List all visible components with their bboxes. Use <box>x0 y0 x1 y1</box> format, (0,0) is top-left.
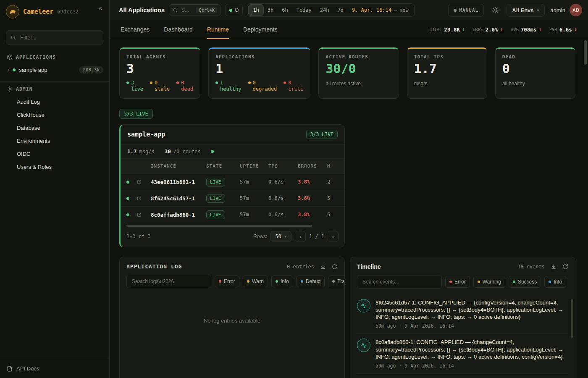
instance-row[interactable]: 8c0affadb860-1 LIVE 57m 0.6/s 3.8% 5 <box>121 206 344 223</box>
live-summary-badge: 3/3 LIVE <box>119 109 153 119</box>
theme-toggle-button[interactable] <box>488 4 502 16</box>
app-routes-suffix: /0 routes <box>173 149 201 155</box>
sidebar-item-api-docs[interactable]: API Docs <box>0 359 109 378</box>
live-toggle-label: O <box>235 7 239 13</box>
log-filter-error[interactable]: Error <box>215 276 239 287</box>
global-search: Ctrl+K <box>169 4 221 16</box>
state-badge: LIVE <box>206 194 225 203</box>
breakdown-dead: 0dead <box>176 80 193 92</box>
table-footer: 1-3 of 3 Rows: 50 ▾ ‹ 1 / 1 › <box>121 227 344 247</box>
user-avatar[interactable]: AD <box>570 4 582 16</box>
sidebar-item-database[interactable]: Database <box>0 121 109 134</box>
col-tps: TPS <box>268 163 298 169</box>
timeline-event[interactable]: 8f6245c61d57-1: CONFIG_APPLIED — {config… <box>357 294 567 333</box>
timeline-events-list: 8f6245c61d57-1: CONFIG_APPLIED — {config… <box>350 294 575 378</box>
next-page-button[interactable]: › <box>328 231 339 242</box>
rows-per-page-select[interactable]: 50 ▾ <box>270 231 291 242</box>
tab-bar: Exchanges Dashboard Runtime Deployments … <box>110 20 588 39</box>
time-range-3h[interactable]: 3h <box>263 5 278 16</box>
log-filter-trace[interactable]: Trace <box>328 276 345 287</box>
page-scrollbar[interactable] <box>584 40 587 65</box>
timeline-scrollbar[interactable] <box>571 299 573 338</box>
col-uptime: UPTIME <box>240 163 268 169</box>
live-toggle[interactable]: O <box>225 4 243 16</box>
global-search-input[interactable] <box>181 7 193 13</box>
download-icon[interactable] <box>551 264 556 270</box>
metric-total: TOTAL23.8K↑ <box>429 26 465 33</box>
sidebar-item-users-roles[interactable]: Users & Roles <box>0 160 109 173</box>
sidebar-item-audit-log[interactable]: Audit Log <box>0 95 109 108</box>
download-icon[interactable] <box>320 264 326 270</box>
time-range-6h[interactable]: 6h <box>278 5 292 16</box>
tab-runtime[interactable]: Runtime <box>207 20 229 39</box>
api-docs-label: API Docs <box>16 365 39 372</box>
log-search-input[interactable] <box>131 278 207 285</box>
log-filter-debug[interactable]: Debug <box>297 276 325 287</box>
trend-up-icon: ↑ <box>500 26 503 32</box>
timeline-panel-title: Timeline <box>357 263 381 270</box>
sidebar-collapse-button[interactable]: « <box>96 4 105 13</box>
application-card-title[interactable]: sample-app <box>127 131 165 138</box>
timeline-search-input[interactable] <box>362 278 437 285</box>
timeline-events-count: 38 events <box>517 264 545 270</box>
sidebar-item-environments[interactable]: Environments <box>0 134 109 147</box>
timeline-filter-error[interactable]: Error <box>445 276 470 288</box>
log-filter-warn[interactable]: Warn <box>243 276 268 287</box>
col-extra: H <box>327 163 345 169</box>
application-log-panel: APPLICATION LOG 0 entries Error Warn <box>119 257 345 378</box>
metric-err-rate: ERR%2.0%↑ <box>472 26 503 33</box>
timeline-event[interactable]: 43ee9811b801-1: CONFIG_APPLIED — {change… <box>357 373 567 378</box>
time-range-24h[interactable]: 24h <box>316 5 333 16</box>
sidebar-filter-input[interactable] <box>19 34 99 41</box>
instance-row[interactable]: 8f6245c61d57-1 LIVE 57m 0.6/s 3.8% 5 <box>121 190 344 206</box>
manual-status-dot <box>454 9 457 12</box>
stat-card-dead: DEAD 0 all healthy <box>495 47 575 99</box>
timeline-search <box>357 275 442 289</box>
time-range-1h[interactable]: 1h <box>249 5 263 16</box>
manual-refresh-button[interactable]: MANUAL <box>448 4 484 17</box>
instance-row[interactable]: 43ee9811b801-1 LIVE 57m 0.6/s 3.8% 2 <box>121 173 344 190</box>
metric-p99-latency: P996.6s↑ <box>549 26 577 33</box>
app-title: Cameleer <box>23 8 53 16</box>
timestamp-now-label[interactable]: now <box>397 7 413 13</box>
top-bar: All Applications Ctrl+K O 1h 3h 6h Today… <box>110 0 588 20</box>
external-link-icon[interactable] <box>136 179 151 185</box>
log-search <box>126 275 211 288</box>
gear-icon <box>7 86 13 92</box>
col-instance: INSTANCE <box>151 163 206 169</box>
app-build-id: 69dcce2 <box>57 9 79 15</box>
log-filter-info[interactable]: Info <box>271 276 293 287</box>
stat-card-applications: APPLICATIONS 1 1healthy 0degraded 0criti <box>208 47 311 99</box>
timeline-filter-warning[interactable]: Warning <box>473 276 505 288</box>
refresh-icon[interactable] <box>562 264 568 270</box>
timeline-filter-success[interactable]: Success <box>509 276 541 288</box>
status-dot-green <box>13 68 16 71</box>
col-state: STATE <box>206 163 240 169</box>
trend-up-icon: ↑ <box>538 26 541 32</box>
external-link-icon[interactable] <box>136 212 151 218</box>
search-icon <box>173 8 178 13</box>
sidebar-item-oidc[interactable]: OIDC <box>0 147 109 160</box>
instance-status-dot <box>126 181 129 184</box>
tab-dashboard[interactable]: Dashboard <box>164 20 193 39</box>
app-tps-unit: msg/s <box>139 149 155 155</box>
refresh-icon[interactable] <box>332 264 338 270</box>
stat-cards-row: TOTAL AGENTS 3 3live 0stale 0dead APPLIC… <box>119 47 575 99</box>
sidebar-item-clickhouse[interactable]: ClickHouse <box>0 108 109 121</box>
sidebar-item-sample-app[interactable]: › sample app 208.3k <box>0 63 109 76</box>
tab-deployments[interactable]: Deployments <box>243 20 278 39</box>
tab-exchanges[interactable]: Exchanges <box>121 20 150 39</box>
timeline-event[interactable]: 8c0affadb860-1: CONFIG_APPLIED — {change… <box>357 333 567 373</box>
trend-up-icon: ↑ <box>574 26 577 32</box>
time-range-7d[interactable]: 7d <box>333 5 347 16</box>
stat-card-active-routes: ACTIVE ROUTES 30/0 all routes active <box>318 47 399 99</box>
main-area: All Applications Ctrl+K O 1h 3h 6h Today… <box>110 0 588 378</box>
time-range-today[interactable]: Today <box>292 5 316 16</box>
environment-select[interactable]: All Envs ▾ <box>507 4 544 17</box>
sun-icon <box>492 7 499 13</box>
timeline-filter-info[interactable]: Info <box>544 276 566 288</box>
timeline-panel: Timeline 38 events Error Warning <box>350 257 575 378</box>
external-link-icon[interactable] <box>136 196 151 201</box>
chevron-right-icon[interactable]: › <box>8 67 9 73</box>
prev-page-button[interactable]: ‹ <box>295 231 306 242</box>
